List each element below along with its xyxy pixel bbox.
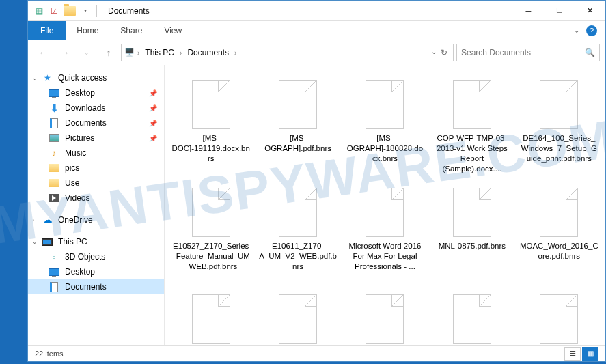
file-item[interactable]: [MS-DOC]-191119.docx.bnrs	[170, 73, 251, 178]
file-item[interactable]: COP-WFP-TMP-03-2013-v1 Work Steps Report…	[431, 73, 512, 178]
body: ⌄ ★ Quick access Desktop📌⬇Downloads📌Docu…	[28, 65, 605, 345]
quick-access-toolbar: ▦ ☑ ▾	[33, 5, 91, 16]
sidebar-item[interactable]: Pictures📌	[28, 130, 164, 145]
new-folder-icon[interactable]: ☑	[49, 5, 59, 16]
sidebar-label: Use	[65, 178, 79, 188]
sidebar-item[interactable]: Documents	[28, 279, 164, 294]
ribbon-expand-icon[interactable]: ⌄	[574, 27, 579, 34]
share-tab[interactable]: Share	[109, 21, 153, 40]
sidebar-item[interactable]: Desktop	[28, 264, 164, 279]
3d-icon: ▫	[49, 251, 59, 262]
sidebar-label: This PC	[58, 237, 87, 247]
file-tab[interactable]: File	[28, 21, 66, 40]
sidebar-item[interactable]: pics	[28, 160, 164, 176]
chevron-right-icon[interactable]: ›	[32, 216, 34, 223]
file-item[interactable]: [MS-OGRAPH]-180828.docx.bnrs	[344, 73, 426, 178]
file-name: [MS-DOC]-191119.docx.bnrs	[171, 132, 250, 173]
desktop-icon	[49, 87, 59, 98]
help-icon[interactable]: ?	[586, 25, 597, 36]
close-button[interactable]: ✕	[575, 1, 605, 21]
pc-icon: 🖥️	[124, 48, 135, 57]
file-list[interactable]: [MS-DOC]-191119.docx.bnrs[MS-OGRAPH].pdf…	[165, 65, 605, 345]
details-view-button[interactable]: ☰	[564, 347, 581, 361]
qat-dropdown-icon[interactable]: ▾	[80, 5, 91, 16]
pc-icon	[42, 236, 53, 247]
file-icon	[366, 80, 404, 129]
file-name: E10527_Z170_Series_Feature_Manual_UM_WEB…	[171, 240, 250, 281]
forward-button[interactable]: →	[55, 43, 74, 62]
file-icon	[279, 188, 317, 237]
icons-view-button[interactable]: ▦	[582, 347, 598, 361]
file-item[interactable]: MNL-0875.pdf.bnrs	[431, 181, 512, 285]
file-icon	[540, 188, 578, 237]
file-item[interactable]	[519, 288, 600, 345]
up-button[interactable]: ↑	[99, 43, 118, 62]
pin-icon: 📌	[149, 104, 157, 112]
file-icon	[192, 294, 230, 344]
music-icon: ♪	[49, 148, 59, 158]
sidebar-label: Desktop	[65, 267, 95, 277]
file-item[interactable]: MOAC_Word_2016_Core.pdf.bnrs	[519, 181, 600, 285]
sidebar-item[interactable]: Documents📌	[28, 115, 164, 130]
file-icon	[366, 188, 404, 237]
chevron-down-icon[interactable]: ⌄	[32, 238, 38, 245]
sidebar-item[interactable]: ▫3D Objects	[28, 249, 164, 264]
onedrive-item[interactable]: › ☁ OneDrive	[28, 212, 164, 227]
maximize-button[interactable]: ☐	[544, 1, 575, 21]
file-item[interactable]	[257, 288, 338, 345]
this-pc-header[interactable]: ⌄ This PC	[28, 234, 164, 249]
pin-icon: 📌	[149, 89, 157, 97]
quick-access-header[interactable]: ⌄ ★ Quick access	[28, 70, 164, 85]
address-bar[interactable]: 🖥️ › This PC › Documents › ⌄ ↻	[121, 44, 454, 61]
chevron-right-icon[interactable]: ›	[180, 49, 182, 57]
file-icon	[453, 294, 491, 344]
file-item[interactable]	[431, 288, 512, 345]
folder-icon	[49, 163, 59, 173]
properties-icon[interactable]: ▦	[33, 5, 44, 16]
status-bar: 22 items ☰ ▦	[28, 345, 605, 361]
minimize-button[interactable]: ─	[513, 1, 544, 21]
search-icon[interactable]: 🔍	[585, 48, 595, 57]
search-input[interactable]	[461, 48, 585, 57]
file-icon	[279, 294, 317, 344]
window-title: Documents	[108, 6, 150, 16]
file-item[interactable]: E10527_Z170_Series_Feature_Manual_UM_WEB…	[170, 181, 251, 285]
navigation-pane[interactable]: ⌄ ★ Quick access Desktop📌⬇Downloads📌Docu…	[28, 65, 165, 345]
chevron-right-icon[interactable]: ›	[234, 49, 236, 57]
file-item[interactable]: Microsoft Word 2016 For Max For Legal Pr…	[344, 181, 426, 285]
file-icon	[453, 80, 491, 129]
file-item[interactable]	[170, 288, 251, 345]
search-box[interactable]: 🔍	[456, 44, 600, 61]
refresh-icon[interactable]: ↻	[438, 48, 450, 57]
sidebar-item[interactable]: Use	[28, 176, 164, 191]
address-dropdown-icon[interactable]: ⌄	[431, 48, 437, 57]
file-item[interactable]	[344, 288, 426, 345]
file-item[interactable]: DE164_100_Series_Windows_7_Setup_Guide_p…	[519, 73, 600, 178]
sidebar-item[interactable]: Videos	[28, 191, 164, 206]
view-tab[interactable]: View	[153, 21, 193, 40]
file-icon	[540, 80, 578, 129]
breadcrumb-segment[interactable]: Documents	[184, 46, 232, 59]
separator	[96, 5, 97, 17]
sidebar-item[interactable]: ♪Music	[28, 145, 164, 160]
folder-icon	[49, 178, 59, 188]
file-name: DE164_100_Series_Windows_7_Setup_Guide_p…	[520, 132, 598, 173]
back-button[interactable]: ←	[33, 43, 53, 62]
chevron-right-icon[interactable]: ›	[137, 49, 139, 57]
sidebar-label: Videos	[65, 193, 89, 203]
sidebar-label: Downloads	[65, 103, 105, 113]
folder-icon[interactable]	[64, 6, 76, 16]
chevron-down-icon[interactable]: ⌄	[32, 74, 38, 81]
document-icon	[49, 281, 59, 292]
breadcrumb-segment[interactable]: This PC	[142, 46, 177, 59]
video-icon	[49, 193, 59, 204]
file-item[interactable]: E10611_Z170-A_UM_V2_WEB.pdf.bnrs	[257, 181, 338, 285]
sidebar-item[interactable]: ⬇Downloads📌	[28, 100, 164, 115]
home-tab[interactable]: Home	[66, 21, 109, 40]
pin-icon: 📌	[149, 120, 157, 127]
sidebar-item[interactable]: Desktop📌	[28, 85, 164, 100]
file-name: E10611_Z170-A_UM_V2_WEB.pdf.bnrs	[259, 240, 338, 281]
recent-dropdown-icon[interactable]: ⌄	[77, 43, 96, 62]
file-name: COP-WFP-TMP-03-2013-v1 Work Steps Report…	[432, 132, 511, 174]
file-item[interactable]: [MS-OGRAPH].pdf.bnrs	[257, 73, 338, 178]
